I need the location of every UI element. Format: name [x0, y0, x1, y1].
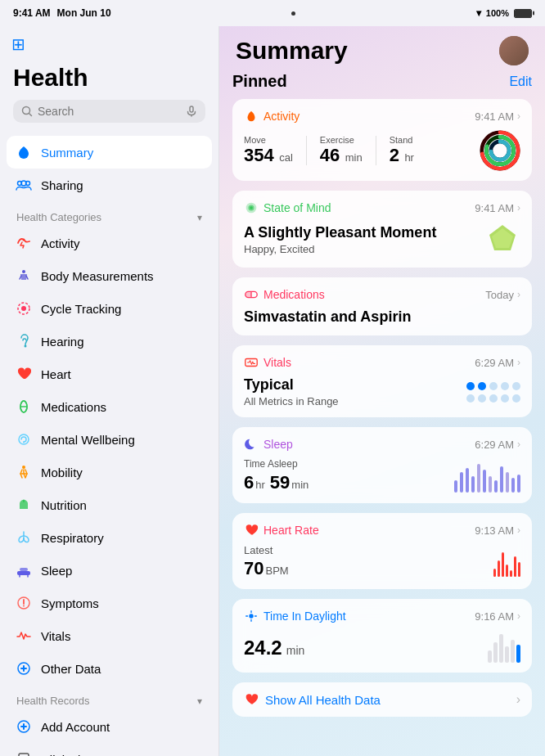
sidebar-item-respiratory[interactable]: Respiratory: [7, 521, 212, 554]
body-label: Body Measurements: [41, 269, 154, 283]
sidebar-item-vitals[interactable]: Vitals: [7, 619, 212, 652]
sharing-label: Sharing: [41, 178, 83, 192]
sidebar-item-sleep[interactable]: Sleep: [7, 554, 212, 587]
meds-title-row: Medications: [244, 287, 325, 302]
sidebar-item-mental[interactable]: Mental Wellbeing: [7, 423, 212, 456]
hearing-icon: [15, 332, 33, 350]
hr-bar: [506, 565, 508, 577]
med-text: Simvastatin and Aspirin: [244, 308, 520, 326]
hr-unit: BPM: [265, 565, 288, 577]
meds-card-time: Today ›: [485, 289, 520, 301]
stand-label: Stand: [390, 135, 414, 145]
hr-value: 70: [244, 558, 263, 579]
sidebar-item-clinical[interactable]: Clinical Documents: [7, 743, 212, 756]
sidebar-item-meds[interactable]: Medications: [7, 390, 212, 423]
vitals-card[interactable]: Vitals 6:29 AM › Typical All Metrics in …: [232, 345, 532, 417]
sidebar-item-sharing[interactable]: Sharing: [7, 169, 212, 201]
sidebar-item-body[interactable]: Body Measurements: [7, 259, 212, 292]
hr-card-time: 9:13 AM ›: [475, 524, 520, 537]
sleep-hr-unit: hr: [255, 479, 265, 491]
battery-icon: [514, 9, 532, 18]
hr-content: Latest 70 BPM: [244, 544, 520, 579]
hr-bar: [514, 556, 516, 577]
vitals-dot-empty: [489, 394, 498, 403]
sidebar-item-cycle[interactable]: Cycle Tracking: [7, 292, 212, 325]
sleep-bar: [511, 478, 515, 493]
svg-point-12: [21, 306, 26, 311]
sidebar-item-other[interactable]: Other Data: [7, 652, 212, 685]
symptoms-label: Symptoms: [41, 596, 99, 610]
vitals-dot-empty: [478, 394, 486, 403]
sidebar-item-heart[interactable]: Heart: [7, 358, 212, 390]
search-input[interactable]: [38, 105, 181, 118]
edit-button[interactable]: Edit: [509, 74, 532, 89]
hr-bar: [498, 560, 500, 577]
sidebar-item-hearing[interactable]: Hearing: [7, 325, 212, 358]
hr-label: Latest: [244, 544, 289, 556]
vitals-dot-empty: [501, 382, 509, 390]
vitals-chevron: ›: [517, 357, 520, 368]
daylight-bar-empty: [511, 640, 515, 663]
daylight-card[interactable]: Time In Daylight 9:16 AM › 24.2 min: [232, 599, 532, 673]
hr-bars: [493, 547, 520, 577]
vitals-card-header: Vitals 6:29 AM ›: [244, 355, 520, 370]
status-bar: 9:41 AM Mon Jun 10 ▾ 100%: [0, 0, 545, 26]
search-icon: [21, 106, 33, 117]
vitals-dot: [478, 382, 486, 390]
sidebar-item-activity[interactable]: Activity: [7, 227, 212, 259]
state-of-mind-card[interactable]: State of Mind 9:41 AM › A Slightly Pleas…: [232, 191, 532, 268]
stat-divider-2: [376, 136, 376, 165]
medications-card[interactable]: Medications Today › Simvastatin and Aspi…: [232, 277, 532, 335]
cycle-icon: [15, 299, 33, 317]
sleep-icon: [15, 561, 33, 579]
heart-rate-card[interactable]: Heart Rate 9:13 AM › Latest 70 BPM: [232, 513, 532, 589]
vitals-heading: Typical: [244, 376, 339, 394]
sidebar-item-symptoms[interactable]: Symptoms: [7, 587, 212, 619]
move-label: Move: [244, 135, 293, 145]
search-bar[interactable]: [13, 100, 205, 123]
heart-cat-icon: [15, 365, 33, 383]
sidebar-item-add-account[interactable]: Add Account: [7, 710, 212, 743]
mind-shape-icon: [484, 222, 520, 258]
sidebar-item-nutrition[interactable]: Nutrition: [7, 488, 212, 521]
activity-chevron: ›: [517, 110, 520, 122]
state-of-mind-time: 9:41 AM ›: [475, 202, 520, 214]
sidebar-item-summary[interactable]: Summary: [7, 136, 212, 169]
sleep-label: Time Asleep: [244, 458, 309, 470]
hr-bar: [510, 570, 512, 577]
daylight-bars: [488, 630, 520, 663]
sidebar-item-mobility[interactable]: Mobility: [7, 456, 212, 488]
vitals-dots-row-1: [466, 382, 520, 390]
respiratory-icon: [15, 529, 33, 547]
hr-bar: [518, 562, 520, 577]
state-chevron: ›: [517, 202, 520, 214]
pinned-header: Pinned Edit: [232, 72, 532, 91]
clinical-label: Clinical Documents: [41, 753, 146, 757]
sidebar-panel-toggle[interactable]: ⊞: [0, 26, 218, 54]
health-categories-chevron[interactable]: ▾: [197, 212, 202, 223]
svg-point-18: [23, 442, 25, 443]
health-records-chevron[interactable]: ▾: [197, 695, 202, 707]
sleep-card[interactable]: Sleep 6:29 AM › Time Asleep 6 hr 59: [232, 427, 532, 503]
activity-label: Activity: [41, 236, 80, 250]
sleep-card-time: 6:29 AM ›: [475, 439, 520, 451]
daylight-bar-filled: [516, 645, 520, 663]
health-records-header: Health Records ▾: [7, 685, 212, 710]
svg-point-13: [25, 345, 27, 348]
vitals-dot-empty: [466, 394, 475, 403]
sidebar: ⊞ Health: [0, 26, 219, 756]
hearing-label: Hearing: [41, 335, 84, 349]
mental-icon: [15, 430, 33, 448]
vitals-card-title: Vitals: [263, 356, 291, 369]
vitals-content: Typical All Metrics in Range: [244, 376, 520, 407]
vitals-card-icon: [244, 355, 259, 370]
sleep-bar: [489, 476, 492, 493]
mind-heading: A Slightly Pleasant Moment: [244, 224, 436, 241]
hr-text: Latest 70 BPM: [244, 544, 289, 579]
sleep-card-title: Sleep: [263, 438, 293, 451]
meds-card-icon: [244, 287, 259, 302]
sleep-bar: [466, 468, 469, 493]
show-all-row[interactable]: Show All Health Data ›: [232, 682, 532, 717]
avatar[interactable]: [499, 36, 529, 65]
activity-card[interactable]: Activity 9:41 AM › Move 354 cal: [232, 99, 532, 181]
